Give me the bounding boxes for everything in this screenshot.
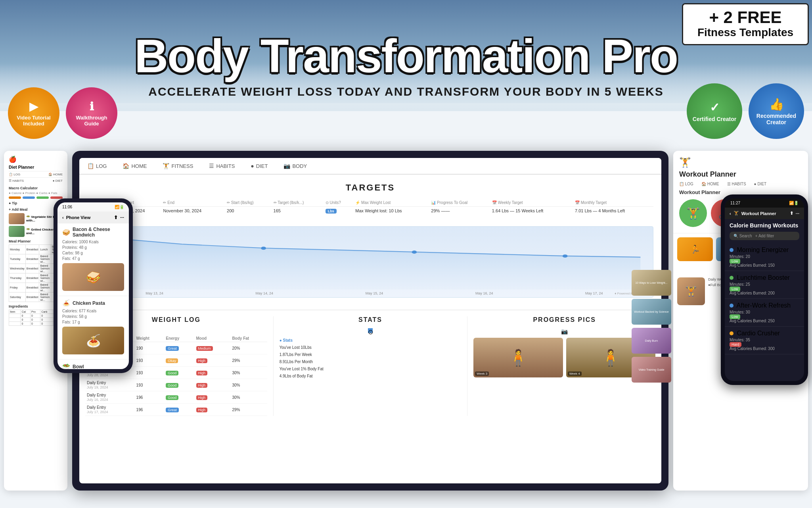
free-badge-subtitle: Fitness Templates — [691, 26, 800, 39]
workout-label-2: Lunchtime Booster — [737, 274, 789, 281]
free-badge-title: + 2 FREE — [691, 9, 800, 26]
weight-chart: 195 190 185 180 175 — [87, 226, 653, 298]
col-monthly: 📅 Monthly Target — [573, 199, 653, 207]
workout-calories-2: Avg Calories Burned: 200 — [730, 291, 799, 295]
phone-r-back[interactable]: ‹ — [730, 211, 731, 216]
camera-icon: 📷 — [473, 328, 655, 335]
workout-detail-3: Minutes: 30 Low Avg Calories Burned: 250 — [730, 310, 799, 323]
share-icon[interactable]: ⬆ — [114, 215, 118, 220]
nav-diet-label: DIET — [256, 163, 268, 169]
phone-right-mockup: 11:27 📶🔋 ‹ 🏋 Workout Planner ⬆ ··· Calor… — [721, 194, 808, 385]
phone-left-screen: 11:06 📶🔋 ‹ Phone View ⬆ ··· 🥪 Bacon & Ch… — [57, 202, 129, 369]
video-tutorial-label: Video Tutorial Included — [12, 115, 56, 127]
back-icon[interactable]: ‹ — [62, 215, 64, 220]
calorie-bar — [9, 196, 21, 199]
log-weight-2: 193 — [135, 354, 165, 367]
dot-3 — [730, 304, 733, 308]
workout-nav-log[interactable]: 📋 LOG — [679, 182, 693, 186]
week3-label: Week 3 — [475, 371, 489, 376]
video-tutorial-button[interactable]: ▶ Video Tutorial Included — [8, 87, 59, 139]
side-thumb-3-text: Daily Burn — [643, 338, 659, 344]
diet-nav-home[interactable]: 🏠 HOME — [48, 173, 63, 176]
phone-time-left: 11:06 — [62, 205, 72, 209]
workout-item-3: After-Work Refresh Minutes: 30 Low Avg C… — [725, 299, 804, 327]
col-target: ✏ Target (lbs/k...) — [271, 199, 323, 207]
phone-statusbar-left: 11:06 📶🔋 — [57, 202, 129, 212]
target-max-lost: Max Weight lost: 10 Lbs — [353, 207, 429, 215]
workout-item-2: Lunchtime Booster Minutes: 25 Low Avg Ca… — [725, 271, 804, 299]
carb-bar — [36, 196, 49, 199]
log-mood-6: High — [195, 404, 231, 416]
right-side-images: 10 Ways to Lose Weight... Workout Backed… — [632, 270, 671, 383]
diet-nav-diet[interactable]: ● DIET — [53, 179, 63, 183]
workout-label-1: Morning Energizer — [737, 246, 789, 253]
log-weight-1: 190 — [135, 342, 165, 354]
log-bf-1: 20% — [230, 342, 267, 354]
week4-label: Week 4 — [568, 371, 582, 376]
thumb-4[interactable]: 🏋 — [677, 277, 705, 305]
phone-r-search[interactable]: 🔍 Search + Add filter — [730, 232, 799, 240]
log-energy-6: Great — [164, 404, 194, 416]
workout-nav-home[interactable]: 🏠 HOME — [701, 182, 719, 186]
nav-log[interactable]: 📋 LOG — [87, 163, 107, 169]
progress-pics-grid: 🧍 Week 3 🧍 Week 4 — [473, 338, 655, 377]
nav-home[interactable]: 🏠 HOME — [123, 163, 147, 169]
col-start-val: ✏ Start (lbs/kg) — [224, 199, 271, 207]
tablet-nav: 📋 LOG 🏠 HOME 🏋 FITNESS ☰ HABITS — [79, 158, 661, 175]
workout-name-2: Lunchtime Booster — [730, 274, 799, 281]
food-emoji-3: 🥗 — [62, 363, 70, 369]
nav-log-label: LOG — [96, 163, 107, 169]
workout-dumbbell-icon: 🏋 — [679, 157, 802, 168]
log-energy-1: Great — [164, 342, 194, 354]
side-thumb-4-text: Video Training Guide — [637, 367, 666, 373]
diet-nav-log[interactable]: 📋 LOG — [9, 173, 20, 176]
svg-point-3 — [563, 254, 568, 258]
walkthrough-guide-button[interactable]: ℹ Walkthrough Guide — [66, 87, 117, 139]
side-thumb-1-text: 10 Ways to Lose Weight... — [634, 280, 669, 286]
workout-nav-habits[interactable]: ☰ HABITS — [727, 182, 746, 186]
add-filter-label[interactable]: + Add filter — [755, 234, 774, 238]
progress-pics-title: PROGRESS PICS — [473, 316, 655, 323]
food-header-1: 🥪 Bacon & Cheese Sandwich — [62, 227, 124, 238]
activity-icon-weights[interactable]: 🏋 — [679, 199, 707, 227]
chart-x-labels: May 13, 24 May 14, 24 May 15, 24 May 16,… — [100, 291, 649, 295]
workout-name-4: Cardio Crusher — [730, 330, 799, 337]
workout-label-4: Cardio Crusher — [737, 330, 779, 337]
tablet-frame: 📋 LOG 🏠 HOME 🏋 FITNESS ☰ HABITS — [72, 151, 668, 491]
more-icon[interactable]: ··· — [120, 215, 124, 220]
x-may13: May 13, 24 — [146, 291, 163, 295]
targets-new-row: + New — [87, 215, 653, 222]
phone-r-status: 📶🔋 — [789, 201, 799, 205]
workout-title: Workout Planner — [679, 170, 802, 179]
phone-r-more[interactable]: ··· — [796, 211, 799, 216]
food-name-3: Bowl — [73, 364, 84, 369]
workout-calories-4: Avg Calories Burned: 300 — [730, 346, 799, 351]
diet-nav-habits[interactable]: ☰ HABITS — [9, 179, 24, 183]
nav-diet[interactable]: ● DIET — [251, 163, 268, 169]
log-row-6: Daily EntryJuly 17, 2024 196 Great High … — [85, 404, 267, 416]
chart-svg — [88, 227, 653, 297]
dot-2 — [730, 276, 733, 280]
log-weight-4: 193 — [135, 379, 165, 391]
nav-body[interactable]: 📷 BODY — [283, 163, 307, 169]
log-date-4: Daily EntryJuly 19, 2024 — [85, 379, 135, 391]
log-mood-3: High — [195, 367, 231, 379]
nav-habits[interactable]: ☰ HABITS — [209, 163, 235, 169]
col-units: ⊙ Units? — [323, 199, 353, 207]
calories-1: Calories: 1000 Kcals — [62, 239, 124, 245]
new-row-label[interactable]: + New — [87, 215, 653, 222]
stats-icon-row: ⊙ — [280, 328, 462, 333]
log-bf-3: 30% — [230, 367, 267, 379]
nav-fitness[interactable]: 🏋 FITNESS — [163, 163, 193, 169]
log-date-6: Daily EntryJuly 17, 2024 — [85, 404, 135, 416]
phone-r-header: ‹ 🏋 Workout Planner ⬆ ··· — [725, 208, 804, 219]
col-mood: Mood — [195, 335, 231, 342]
phone-r-share[interactable]: ⬆ — [790, 211, 793, 216]
thumb-1[interactable]: 🏃 — [677, 237, 713, 261]
recommended-creator-badge: 👍 Recommended Creator — [749, 83, 804, 139]
habits-icon: ☰ — [209, 163, 214, 169]
workout-nav-diet[interactable]: ● DIET — [754, 182, 767, 186]
workout-minutes-4: Minutes: 35 — [730, 338, 799, 342]
side-thumb-2-text: Workout Backed by Science — [632, 309, 670, 315]
workout-minutes-2: Minutes: 25 — [730, 282, 799, 287]
